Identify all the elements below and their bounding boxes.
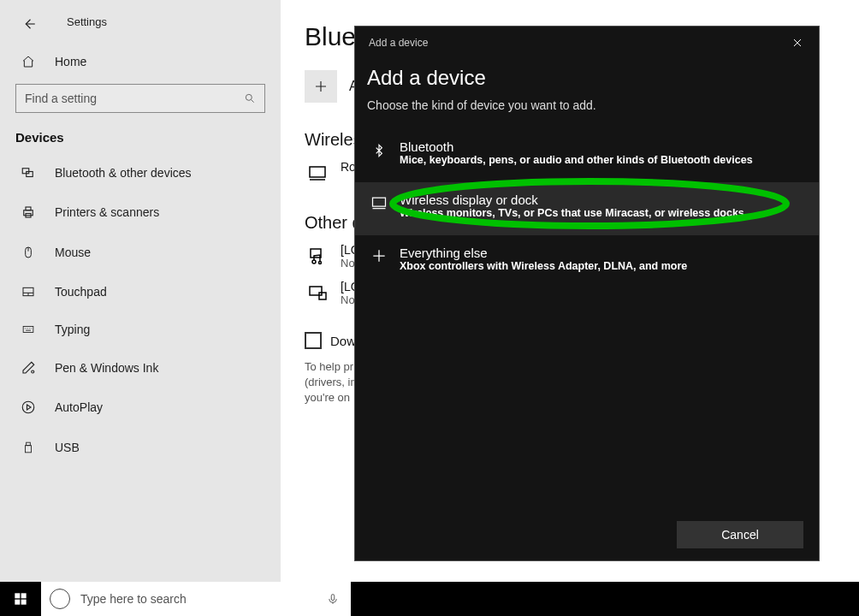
printer-icon [19,204,38,220]
taskbar: Type here to search [0,582,859,616]
cancel-label: Cancel [721,528,759,542]
svg-rect-11 [27,442,31,446]
sidebar-item-pen[interactable]: Pen & Windows Ink [0,348,281,388]
search-placeholder: Find a setting [25,92,244,105]
svg-rect-12 [26,446,32,453]
svg-rect-21 [15,593,20,598]
home-nav[interactable]: Home [0,39,281,79]
sidebar-item-label: Mouse [55,246,91,259]
option-title: Bluetooth [400,139,753,154]
svg-point-16 [319,262,322,264]
svg-rect-13 [310,167,325,177]
monitor-icon [367,192,391,225]
svg-rect-1 [22,169,29,174]
sidebar-item-label: Printers & scanners [55,205,159,219]
svg-rect-2 [27,172,33,177]
dialog-heading: Add a device [367,61,807,98]
sidebar-item-touchpad[interactable]: Touchpad [0,273,281,311]
pen-icon [19,360,38,376]
svg-rect-22 [21,593,27,598]
svg-rect-20 [373,198,386,206]
plus-icon [313,79,329,94]
sidebar-item-label: Bluetooth & other devices [55,166,192,180]
mic-button[interactable] [323,591,342,607]
settings-sidebar: Settings Home Find a setting Devices Blu… [0,0,281,582]
home-icon [19,55,38,68]
svg-rect-3 [24,210,33,216]
sidebar-item-typing[interactable]: Typing [0,311,281,348]
bluetooth-mixed-icon [19,165,38,181]
bluetooth-icon [367,139,391,172]
dialog-titlebar-text: Add a device [369,37,428,49]
plus-icon [367,246,391,278]
svg-point-0 [246,94,252,100]
mouse-icon [19,244,38,261]
close-icon [792,38,803,48]
home-label: Home [55,55,86,68]
cortana-icon [50,589,70,609]
add-device-plus-button[interactable] [305,70,337,103]
display-device-icon [305,280,330,305]
svg-rect-25 [331,595,335,601]
svg-rect-4 [26,207,31,210]
keyboard-icon [19,323,38,335]
svg-point-10 [22,401,34,413]
add-device-dialog: Add a device Add a device Choose the kin… [354,26,820,561]
option-description: Xbox controllers with Wireless Adapter, … [400,260,687,272]
autoplay-icon [19,400,38,415]
svg-rect-17 [310,287,322,295]
search-icon [244,92,256,104]
option-description: Mice, keyboards, pens, or audio and othe… [400,154,753,166]
microphone-icon [327,591,339,607]
sidebar-item-bluetooth[interactable]: Bluetooth & other devices [0,153,281,192]
svg-rect-8 [23,327,33,333]
back-button[interactable] [14,9,44,39]
settings-search[interactable]: Find a setting [15,84,265,113]
option-title: Wireless display or dock [400,192,744,207]
svg-rect-24 [21,600,27,605]
svg-point-15 [312,260,316,264]
device-option-other[interactable]: Everything elseXbox controllers with Wir… [355,235,819,288]
back-arrow-icon [21,16,37,32]
media-icon [305,243,330,269]
device-option-wireless[interactable]: Wireless display or dockWireless monitor… [355,182,819,235]
sidebar-item-mouse[interactable]: Mouse [0,232,281,273]
settings-window: Settings Home Find a setting Devices Blu… [0,0,859,616]
option-description: Wireless monitors, TVs, or PCs that use … [400,207,744,219]
device-option-bluetooth[interactable]: BluetoothMice, keyboards, pens, or audio… [355,129,819,182]
touchpad-icon [19,285,38,299]
sidebar-item-label: USB [55,441,80,454]
taskbar-search[interactable]: Type here to search [41,582,351,616]
checkbox[interactable] [305,332,322,349]
sidebar-item-label: Typing [55,323,90,336]
svg-point-9 [32,370,34,373]
svg-rect-23 [15,600,20,605]
window-title: Settings [67,15,107,28]
dialog-subheading: Choose the kind of device you want to ad… [367,98,807,112]
dialog-close-button[interactable] [790,35,805,50]
usb-icon [19,439,38,456]
sidebar-item-printers[interactable]: Printers & scanners [0,192,281,232]
option-title: Everything else [400,246,687,260]
sidebar-item-label: AutoPlay [55,400,103,414]
monitor-icon [305,160,330,186]
start-button[interactable] [0,582,41,616]
svg-rect-18 [319,293,326,299]
cancel-button[interactable]: Cancel [677,521,803,548]
sidebar-item-autoplay[interactable]: AutoPlay [0,388,281,427]
sidebar-section-header: Devices [0,130,281,153]
sidebar-item-usb[interactable]: USB [0,427,281,468]
taskbar-search-placeholder: Type here to search [80,592,323,606]
sidebar-item-label: Pen & Windows Ink [55,361,158,375]
sidebar-item-label: Touchpad [55,285,107,299]
windows-icon [14,592,27,606]
svg-rect-14 [311,249,321,258]
